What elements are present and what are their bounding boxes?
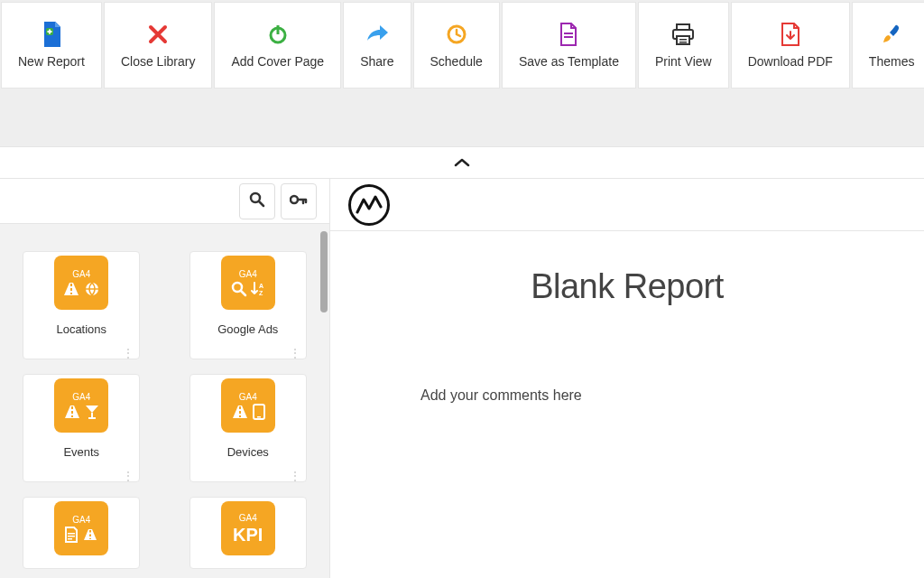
print-view-button[interactable]: Print View xyxy=(638,2,729,89)
file-icon xyxy=(559,22,578,47)
schedule-button[interactable]: Schedule xyxy=(413,2,500,89)
card-label: Devices xyxy=(227,445,269,459)
share-icon xyxy=(365,22,389,47)
chip-badge: GA4 xyxy=(239,393,257,402)
road-martini-icon xyxy=(63,404,99,420)
svg-rect-31 xyxy=(68,536,75,537)
search-sort-icon: AZ xyxy=(231,281,265,297)
clock-icon xyxy=(446,22,467,47)
widget-chip: GA4 xyxy=(54,501,108,555)
report-canvas: Blank Report Add your comments here xyxy=(329,179,924,578)
widget-card-kpi[interactable]: GA4 KPI xyxy=(189,497,307,569)
widget-card-devices[interactable]: GA4 Devices ⋮ xyxy=(189,374,307,482)
share-button[interactable]: Share xyxy=(343,2,411,89)
sidebar-scrollbar[interactable] xyxy=(319,228,329,578)
sidebar-toolbar xyxy=(0,179,329,224)
power-icon xyxy=(267,22,289,47)
road-device-icon xyxy=(231,404,265,420)
widget-chip: GA4 xyxy=(54,378,108,433)
card-menu-icon[interactable]: ⋮ xyxy=(289,474,300,480)
svg-text:A: A xyxy=(259,283,263,289)
add-cover-label: Add Cover Page xyxy=(231,54,324,69)
chip-badge: GA4 xyxy=(72,393,90,402)
report-title[interactable]: Blank Report xyxy=(330,267,924,306)
kpi-text-icon: KPI xyxy=(233,525,263,545)
close-library-label: Close Library xyxy=(121,54,195,69)
search-icon xyxy=(249,191,265,211)
schedule-label: Schedule xyxy=(430,54,483,69)
share-label: Share xyxy=(360,54,393,69)
save-template-label: Save as Template xyxy=(519,54,619,69)
svg-rect-14 xyxy=(564,36,573,38)
search-button[interactable] xyxy=(239,183,275,219)
chip-badge: GA4 xyxy=(72,516,90,525)
collapse-toolbar-button[interactable] xyxy=(0,146,924,179)
printer-icon xyxy=(671,22,695,47)
svg-rect-13 xyxy=(564,33,573,34)
themes-label: Themes xyxy=(869,54,915,69)
svg-rect-9 xyxy=(47,31,51,33)
card-label: Events xyxy=(63,445,99,459)
toolbar: New Report Close Library Add Cover Page … xyxy=(0,0,924,90)
svg-rect-19 xyxy=(679,42,687,43)
settings-key-button[interactable] xyxy=(281,183,317,219)
widget-card-google-ads[interactable]: GA4 AZ Google Ads ⋮ xyxy=(189,251,307,359)
download-pdf-button[interactable]: Download PDF xyxy=(731,2,850,89)
widget-library-sidebar: GA4 Locations ⋮ GA4 AZ Google xyxy=(0,179,329,578)
card-label: Locations xyxy=(56,322,106,336)
svg-rect-32 xyxy=(68,538,72,540)
widget-chip: GA4 KPI xyxy=(221,501,275,555)
widget-grid: GA4 Locations ⋮ GA4 AZ Google xyxy=(0,224,329,578)
main-area: GA4 Locations ⋮ GA4 AZ Google xyxy=(0,179,924,578)
widget-card-locations[interactable]: GA4 Locations ⋮ xyxy=(23,251,140,359)
card-label: Google Ads xyxy=(217,322,278,336)
close-library-button[interactable]: Close Library xyxy=(104,2,212,89)
widget-chip: GA4 xyxy=(221,378,275,433)
widget-chip: GA4 xyxy=(54,256,108,310)
card-menu-icon[interactable]: ⋮ xyxy=(122,474,134,480)
print-view-label: Print View xyxy=(655,54,712,69)
chip-badge: GA4 xyxy=(72,270,90,279)
new-report-icon xyxy=(41,22,62,47)
svg-rect-27 xyxy=(88,417,96,419)
new-report-label: New Report xyxy=(18,54,85,69)
chip-badge: GA4 xyxy=(239,514,257,523)
chip-badge: GA4 xyxy=(239,270,257,279)
download-pdf-label: Download PDF xyxy=(748,54,833,69)
canvas-header xyxy=(330,179,924,231)
card-menu-icon[interactable]: ⋮ xyxy=(122,351,134,357)
widget-chip: GA4 AZ xyxy=(221,256,275,310)
save-template-button[interactable]: Save as Template xyxy=(502,2,636,89)
widget-card-events[interactable]: GA4 Events ⋮ xyxy=(23,374,140,482)
close-icon xyxy=(148,22,168,47)
svg-rect-11 xyxy=(276,25,279,34)
brush-icon xyxy=(881,22,902,47)
new-report-button[interactable]: New Report xyxy=(1,2,102,89)
doc-road-icon xyxy=(64,527,98,543)
scrollbar-thumb[interactable] xyxy=(320,231,328,312)
brand-logo xyxy=(348,184,390,226)
report-comment-placeholder[interactable]: Add your comments here xyxy=(420,387,924,404)
key-icon xyxy=(290,193,308,210)
svg-rect-30 xyxy=(68,533,75,535)
svg-rect-18 xyxy=(679,39,687,41)
card-menu-icon[interactable]: ⋮ xyxy=(289,351,300,357)
svg-text:Z: Z xyxy=(259,290,263,296)
svg-rect-29 xyxy=(257,416,261,418)
chevron-up-icon xyxy=(454,154,470,171)
road-globe-icon xyxy=(62,281,100,297)
themes-button[interactable]: Themes xyxy=(852,2,924,89)
pdf-icon xyxy=(781,22,800,47)
add-cover-page-button[interactable]: Add Cover Page xyxy=(214,2,341,89)
widget-card-traffic[interactable]: GA4 xyxy=(23,497,140,569)
